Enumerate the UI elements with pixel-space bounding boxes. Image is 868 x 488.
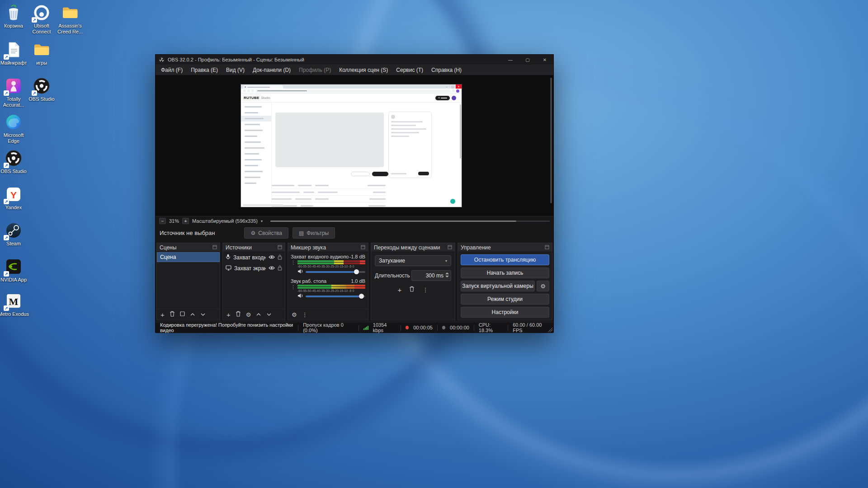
move-down-icon[interactable] [266,311,272,318]
channel-menu-icon[interactable]: ⋮ [291,285,296,289]
transition-select[interactable]: Затухание ▾ [375,255,451,266]
desktop-icon-yandex[interactable]: Y↗ Yandex [0,185,29,211]
transitions-panel: Переходы между сценами Затухание ▾ Длите… [371,243,455,320]
desktop-icon-steam[interactable]: ↗ Steam [0,221,29,247]
visibility-eye-icon[interactable] [269,254,275,261]
desktop-icon-ubisoft-connect[interactable]: ↗ Ubisoft Connect [26,4,57,34]
add-scene-icon[interactable]: + [160,311,165,318]
popout-icon[interactable] [278,244,282,251]
desktop-icon-nvidia-app[interactable]: ↗ NVIDIA App [0,258,29,283]
virtual-camera-settings-button[interactable]: ⚙ [537,281,549,291]
display-icon [226,265,231,272]
divider [474,325,474,331]
slider-knob[interactable] [359,294,364,299]
mixer-title: Микшер звука [291,244,326,251]
popout-icon[interactable] [212,244,217,251]
menu-view[interactable]: Вид (V) [222,66,249,75]
sources-title: Источники [226,244,252,251]
sources-panel-header[interactable]: Источники [223,243,285,252]
zoom-in-button[interactable]: + [182,218,189,224]
preview-horizontal-scrollbar[interactable] [270,221,550,222]
desktop-icon-metro-exodus[interactable]: M↗ Metro Exodus [0,292,29,317]
spin-down-icon[interactable] [445,276,449,277]
desktop-icon-minecraft[interactable]: ↗ Майнкрафт [0,41,29,66]
minimize-button[interactable]: — [502,55,519,65]
desktop-icon-recycle-bin[interactable]: Корзина [0,4,29,29]
menu-profile[interactable]: Профиль (P) [295,66,335,75]
mixer-panel-header[interactable]: Микшер звука [288,243,368,252]
source-row-display[interactable]: Захват экран [223,263,285,274]
remove-scene-icon[interactable] [170,311,175,318]
desktop-icon-obs-studio[interactable]: ↗ OBS Studio [26,77,57,102]
source-row-audio[interactable]: Захват входн [223,252,285,263]
slider-knob[interactable] [354,269,359,274]
controls-body: Остановить трансляцию Начать запись Запу… [458,252,552,320]
remove-transition-icon[interactable] [409,286,415,293]
channel-menu-icon[interactable]: ⋮ [291,260,296,265]
duration-spinbox[interactable]: 300 ms [411,270,451,281]
desktop-icon-games-folder[interactable]: игры [26,41,57,66]
settings-button[interactable]: Настройки [461,307,549,318]
desktop-icon-obs-studio-2[interactable]: ↗ OBS Studio [0,149,29,174]
speaker-icon[interactable] [297,293,303,300]
menu-docks[interactable]: Док-панели (D) [249,66,295,75]
scenes-title: Сцены [160,244,176,251]
remove-source-icon[interactable] [236,311,241,318]
lock-icon[interactable] [278,254,282,261]
desktop-icon-totally-accurate[interactable]: ↗ Totally Accurat... [0,77,29,108]
shortcut-arrow-icon: ↗ [32,17,37,23]
properties-button[interactable]: ⚙ Свойства [244,227,288,239]
transitions-panel-header[interactable]: Переходы между сценами [371,243,455,252]
desktop: Корзина ↗ Ubisoft Connect Assassin's Cre… [0,0,868,488]
stream-time: 00:00:05 [413,325,433,330]
desktop-icon-label: игры [26,60,57,66]
filters-button[interactable]: ▤ Фильтры [292,227,335,239]
volume-slider[interactable] [306,296,365,297]
transition-menu-icon[interactable]: ⋮ [422,286,428,293]
menu-edit[interactable]: Правка (E) [187,66,222,75]
preview-canvas[interactable]: – ▢ ✕ RUTUBE Studio [156,75,553,216]
scrollbar-thumb[interactable] [270,221,516,222]
maximize-button[interactable]: ▢ [519,55,536,65]
speaker-icon[interactable] [297,269,303,275]
desktop-icon-microsoft-edge[interactable]: Microsoft Edge [0,113,29,144]
source-properties-icon[interactable]: ⚙ [246,311,251,318]
menu-help[interactable]: Справка (H) [427,66,466,75]
resize-grip[interactable] [548,328,552,332]
mixer-settings-icon[interactable]: ⚙ [292,311,297,318]
popout-icon[interactable] [361,244,365,251]
bitrate-value: 10354 kbps [373,322,396,333]
close-button[interactable]: ✕ [536,55,553,65]
start-recording-button[interactable]: Начать запись [461,267,549,278]
desktop-icon-assassins-creed-folder[interactable]: Assassin's Creed Re... [54,4,86,34]
menu-file[interactable]: Файл (F) [157,66,187,75]
scale-mode-select[interactable]: Масштабируемый (596x335) [192,218,258,224]
controls-panel-header[interactable]: Управление [458,243,552,252]
scene-list-item[interactable]: Сцена [157,252,220,262]
stop-streaming-button[interactable]: Остановить трансляцию [461,254,549,265]
menu-tools[interactable]: Сервис (T) [392,66,427,75]
zoom-out-button[interactable]: − [159,218,166,224]
title-bar[interactable]: OBS 32.0.2 - Профиль: Безымянный - Сцены… [156,55,553,65]
add-source-icon[interactable]: + [226,311,231,318]
preview-vertical-scrollbar[interactable] [550,78,552,203]
popout-icon[interactable] [448,244,452,251]
move-up-icon[interactable] [256,311,261,318]
move-down-icon[interactable] [200,311,206,318]
add-transition-icon[interactable]: + [398,286,402,293]
visibility-eye-icon[interactable] [269,265,275,272]
stream-preview-placeholder [275,113,384,167]
volume-slider[interactable] [306,271,365,273]
mixer-menu-icon[interactable]: ⋮ [302,311,308,318]
studio-mode-button[interactable]: Режим студии [461,294,549,305]
popout-icon[interactable] [545,244,549,251]
scenes-panel-header[interactable]: Сцены [157,243,220,252]
move-up-icon[interactable] [190,311,195,318]
scene-filters-icon[interactable] [180,311,185,318]
lock-icon[interactable] [278,265,282,272]
spin-arrows[interactable] [445,272,449,277]
spin-up-icon[interactable] [445,272,449,274]
start-virtual-camera-button[interactable]: Запуск виртуальной камеры [461,281,535,291]
desktop-icon-label: OBS Studio [26,96,57,102]
menu-scene-collection[interactable]: Коллекция сцен (S) [335,66,392,75]
